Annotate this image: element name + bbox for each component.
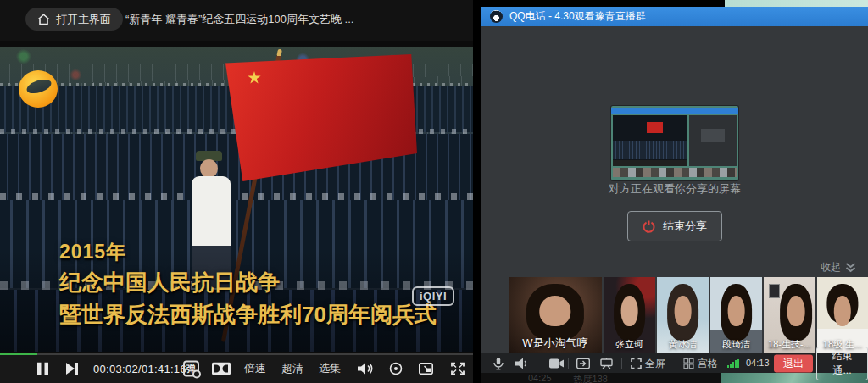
quality-button[interactable]: 超清 [281,361,303,376]
player-controls: 00:03:02/01:41:16 弹 倍速 超清 选集 [0,353,473,383]
mini-soldiers [613,141,687,159]
participant-video[interactable]: 段琦洁 [710,277,762,353]
fullscreen-call-button[interactable]: 全屏 [631,356,665,370]
caption-year: 2015年 [59,239,437,265]
mini-titlebar [611,108,738,114]
call-duration: 04:13 [746,358,770,368]
signal-bars-icon [727,359,739,368]
next-episode-button[interactable] [66,363,78,375]
chevron-double-down-icon [845,263,856,273]
mini-dialog [701,129,725,142]
microphone-button[interactable] [493,357,504,369]
tv-station-logo [19,70,58,108]
participant-name: 张立珂 [604,338,655,351]
end-share-button[interactable]: 结束分享 [627,211,722,241]
pause-button[interactable] [37,362,48,375]
qq-call-header[interactable]: QQ电话 - 4.30观看豫青直播群 [481,7,868,26]
progress-fill [0,353,37,355]
flag-bearer [200,159,218,178]
collapse-button[interactable]: 收起 [821,260,856,275]
qq-header-title: QQ电话 - 4.30观看豫青直播群 [509,9,646,24]
dolby-icon[interactable] [212,362,231,375]
home-icon [37,14,50,25]
participant-name: 段琦洁 [710,338,762,351]
background-window-strip: 04:25 热度138 [481,373,721,383]
video-player-window: 打开主界面 “新青年 耀青春”纪念五四运动100周年文艺晚 ... 2015年 … [0,0,473,383]
desktop-background-top [725,0,868,7]
video-title: “新青年 耀青春”纪念五四运动100周年文艺晚 ... [125,12,353,27]
speaker-button[interactable] [515,358,526,369]
mini-video-player [613,115,687,166]
participant-video[interactable]: W是小淘气哼 [509,277,602,353]
end-share-label: 结束分享 [663,219,707,234]
episodes-button[interactable]: 选集 [319,361,341,376]
participant-video[interactable]: 18-生技-... [764,277,815,353]
iqiyi-watermark: iQIYI [412,286,454,306]
mini-participants [613,168,737,177]
danmaku-toggle[interactable]: 弹 [183,360,199,376]
fullscreen-call-label: 全屏 [645,356,665,370]
participant-name: 18-生技-... [764,338,815,351]
fullscreen-button[interactable] [451,362,465,375]
sharing-status-text: 对方正在观看你分享的屏幕 [481,181,868,197]
progress-bar[interactable] [0,353,473,355]
video-content[interactable]: 2015年 纪念中国人民抗日战争 暨世界反法西斯战争胜利70周年阅兵式 iQIY… [0,47,473,352]
qq-call-window: QQ电话 - 4.30观看豫青直播群 对方正在观看你分享的屏幕 结束分享 收起 [481,7,868,373]
time-display: 00:03:02/01:41:16 [93,362,186,375]
player-topbar: 打开主界面 “新青年 耀青春”纪念五四运动100周年文艺晚 ... [0,0,473,41]
background-heat-label: 热度138 [574,373,608,383]
open-main-button[interactable]: 打开主界面 [25,8,123,31]
mini-chat-panel [689,115,737,166]
participant-strip: W是小淘气哼 张立珂 黄冰洁 段琦洁 18-生技-... 18级 生... [509,277,868,353]
screen-share-button[interactable] [576,358,590,369]
toolbar-divider [621,358,622,369]
screenshot-button[interactable] [389,362,403,375]
participant-name: 18级 生... [817,338,868,351]
participant-name: 黄冰洁 [657,338,709,351]
mini-controls [613,160,687,166]
toolbar-divider [568,358,569,369]
screen-share-preview [611,106,738,180]
participant-name: W是小淘气哼 [509,336,602,351]
open-main-label: 打开主界面 [56,12,111,27]
speed-button[interactable]: 倍速 [244,361,266,376]
qq-logo-icon [490,10,503,23]
background-time: 04:25 [528,373,552,383]
wall-picture [769,284,780,298]
participant-video[interactable]: 黄冰洁 [657,277,709,353]
caption-line2: 纪念中国人民抗日战争 [59,268,437,297]
pip-button[interactable] [419,363,433,375]
volume-button[interactable] [358,362,374,375]
desktop: 04:25 热度138 打开主界面 “新青年 耀青春”纪念五四运动100周年文艺… [0,0,868,383]
grid-icon [683,358,694,369]
grid-view-button[interactable]: 宫格 [683,356,718,370]
end-call-button[interactable]: 结束通... [816,347,868,380]
whiteboard-button[interactable] [600,358,613,369]
caption-line3: 暨世界反法西斯战争胜利70周年阅兵式 [59,300,437,330]
qq-toolbar: 全屏 宫格 04:13 退出 结束通... [481,353,868,373]
grid-view-label: 宫格 [698,356,718,370]
participant-video[interactable]: 18级 生... [817,277,868,353]
power-icon [643,220,655,233]
collapse-label: 收起 [821,260,841,275]
video-caption: 2015年 纪念中国人民抗日战争 暨世界反法西斯战争胜利70周年阅兵式 [59,239,437,330]
participant-video[interactable]: 张立珂 [604,277,655,353]
camera-button[interactable] [549,358,564,369]
exit-button[interactable]: 退出 [774,354,813,372]
mini-red-flag [647,122,663,133]
expand-icon [631,358,642,369]
